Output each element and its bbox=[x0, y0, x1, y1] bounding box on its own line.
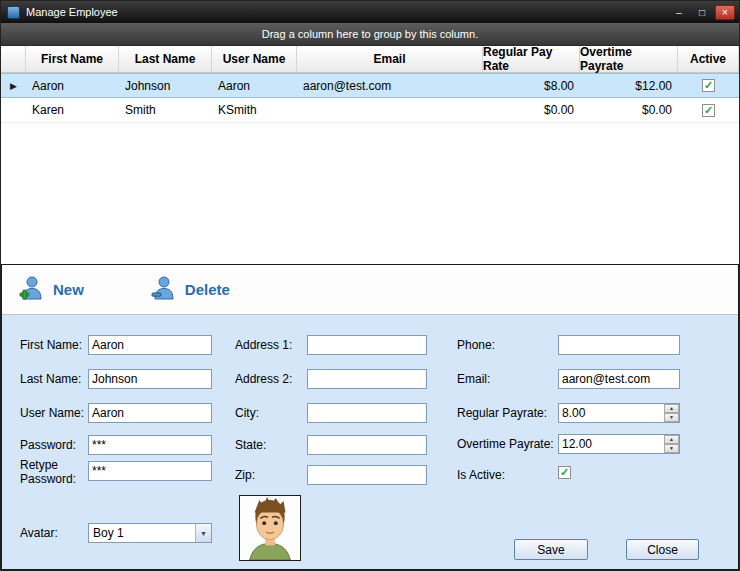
row-indicator bbox=[1, 98, 26, 122]
is-active-label: Is Active: bbox=[457, 468, 505, 482]
spin-up-icon[interactable]: ▲ bbox=[664, 404, 679, 413]
spin-down-icon[interactable]: ▼ bbox=[664, 444, 679, 453]
zip-field[interactable] bbox=[307, 465, 427, 485]
grid-row-karen[interactable]: Karen Smith KSmith $0.00 $0.00 ✓ bbox=[1, 98, 739, 123]
cell-regular-pay-rate[interactable]: $8.00 bbox=[483, 74, 580, 97]
cell-overtime-payrate[interactable]: $12.00 bbox=[580, 74, 678, 97]
spin-up-icon[interactable]: ▲ bbox=[664, 435, 679, 444]
cell-email[interactable] bbox=[297, 98, 483, 122]
close-button[interactable]: × bbox=[715, 5, 735, 20]
phone-label: Phone: bbox=[457, 338, 495, 352]
cell-user-name[interactable]: KSmith bbox=[212, 98, 297, 122]
cell-last-name[interactable]: Johnson bbox=[119, 74, 212, 97]
minimize-button[interactable]: – bbox=[669, 5, 689, 20]
avatar-selected-value: Boy 1 bbox=[89, 526, 195, 540]
column-header-regular-pay-rate[interactable]: Regular Pay Rate bbox=[483, 46, 580, 72]
overtime-payrate-field[interactable] bbox=[558, 434, 680, 454]
group-by-bar[interactable]: Drag a column here to group by this colu… bbox=[1, 23, 739, 46]
address2-field[interactable] bbox=[307, 369, 427, 389]
active-checkbox[interactable]: ✓ bbox=[702, 79, 715, 92]
cell-regular-pay-rate[interactable]: $0.00 bbox=[483, 98, 580, 122]
column-header-active[interactable]: Active bbox=[678, 46, 739, 72]
new-button-label: New bbox=[53, 281, 84, 298]
phone-field[interactable] bbox=[558, 335, 680, 355]
column-header-overtime-payrate[interactable]: Overtime Payrate bbox=[580, 46, 678, 72]
column-header-first-name[interactable]: First Name bbox=[26, 46, 119, 72]
first-name-label: First Name: bbox=[20, 338, 82, 352]
column-header-last-name[interactable]: Last Name bbox=[119, 46, 212, 72]
titlebar[interactable]: Manage Employee – □ × bbox=[1, 1, 739, 23]
dropdown-arrow-icon[interactable]: ▼ bbox=[195, 524, 211, 542]
toolbar: New Delete bbox=[2, 265, 738, 315]
address2-label: Address 2: bbox=[235, 372, 292, 386]
row-selected-indicator: ▶ bbox=[1, 74, 26, 97]
detail-panel: New Delete First Name: Last Name: bbox=[1, 264, 739, 570]
is-active-checkbox[interactable]: ✓ bbox=[558, 466, 571, 479]
delete-button[interactable]: Delete bbox=[150, 275, 230, 305]
email-label: Email: bbox=[457, 372, 490, 386]
password-label: Password: bbox=[20, 438, 76, 452]
employee-form: First Name: Last Name: User Name: Passwo… bbox=[2, 315, 738, 569]
last-name-label: Last Name: bbox=[20, 372, 81, 386]
active-checkbox[interactable]: ✓ bbox=[702, 104, 715, 117]
last-name-field[interactable] bbox=[88, 369, 212, 389]
cell-overtime-payrate[interactable]: $0.00 bbox=[580, 98, 678, 122]
cell-active: ✓ bbox=[678, 98, 739, 122]
save-button[interactable]: Save bbox=[514, 539, 588, 560]
regular-payrate-label: Regular Payrate: bbox=[457, 406, 547, 420]
zip-label: Zip: bbox=[235, 468, 255, 482]
new-button[interactable]: New bbox=[18, 275, 84, 305]
retype-password-field[interactable] bbox=[88, 461, 212, 481]
selected-row-arrow-icon: ▶ bbox=[10, 81, 17, 91]
manage-employee-window: Manage Employee – □ × Drag a column here… bbox=[0, 0, 740, 571]
cell-user-name[interactable]: Aaron bbox=[212, 74, 297, 97]
user-name-field[interactable] bbox=[88, 403, 212, 423]
address1-label: Address 1: bbox=[235, 338, 292, 352]
password-field[interactable] bbox=[88, 435, 212, 455]
overtime-payrate-label: Overtime Payrate: bbox=[457, 437, 554, 451]
person-delete-icon bbox=[150, 275, 176, 305]
first-name-field[interactable] bbox=[88, 335, 212, 355]
close-button-form[interactable]: Close bbox=[626, 539, 699, 560]
overtime-payrate-stepper: ▲ ▼ bbox=[558, 434, 680, 454]
city-field[interactable] bbox=[307, 403, 427, 423]
window-title: Manage Employee bbox=[26, 6, 669, 18]
avatar-select[interactable]: Boy 1 ▼ bbox=[88, 523, 212, 543]
grid-row-aaron[interactable]: ▶ Aaron Johnson Aaron aaron@test.com $8.… bbox=[1, 73, 739, 98]
column-header-user-name[interactable]: User Name bbox=[212, 46, 297, 72]
cell-last-name[interactable]: Smith bbox=[119, 98, 212, 122]
address1-field[interactable] bbox=[307, 335, 427, 355]
regular-payrate-stepper: ▲ ▼ bbox=[558, 403, 680, 423]
cell-active: ✓ bbox=[678, 74, 739, 97]
grid-empty-area bbox=[1, 123, 739, 264]
app-icon bbox=[7, 6, 20, 19]
spin-down-icon[interactable]: ▼ bbox=[664, 413, 679, 422]
grid-header: First Name Last Name User Name Email Reg… bbox=[1, 46, 739, 73]
row-indicator-header bbox=[1, 46, 26, 72]
cell-email[interactable]: aaron@test.com bbox=[297, 74, 483, 97]
user-name-label: User Name: bbox=[20, 406, 84, 420]
maximize-button[interactable]: □ bbox=[692, 5, 712, 20]
state-field[interactable] bbox=[307, 435, 427, 455]
retype-password-label: Retype Password: bbox=[20, 458, 78, 486]
avatar-label: Avatar: bbox=[20, 526, 58, 540]
regular-payrate-field[interactable] bbox=[558, 403, 680, 423]
delete-button-label: Delete bbox=[185, 281, 230, 298]
cell-first-name[interactable]: Aaron bbox=[26, 74, 119, 97]
person-add-icon bbox=[18, 275, 44, 305]
avatar-image bbox=[239, 495, 301, 561]
city-label: City: bbox=[235, 406, 259, 420]
cell-first-name[interactable]: Karen bbox=[26, 98, 119, 122]
column-header-email[interactable]: Email bbox=[297, 46, 483, 72]
state-label: State: bbox=[235, 438, 266, 452]
email-field[interactable] bbox=[558, 369, 680, 389]
